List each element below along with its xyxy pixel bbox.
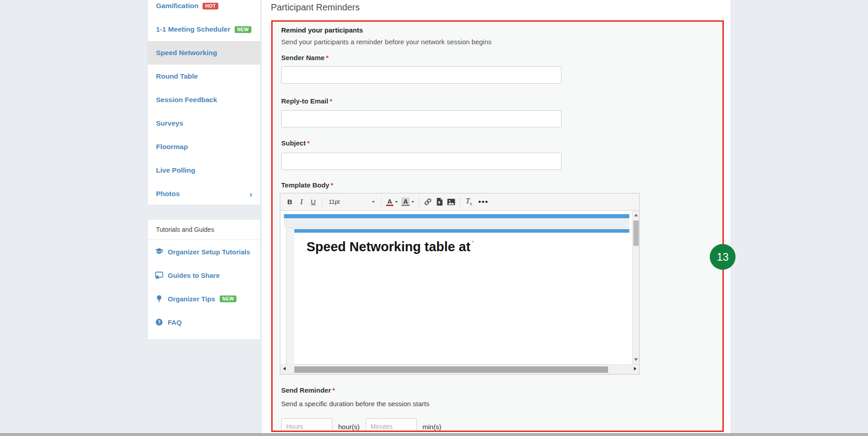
scroll-down-arrow-icon[interactable] [634, 358, 638, 361]
bold-button[interactable]: B [284, 196, 296, 208]
underline-button[interactable]: U [307, 196, 319, 208]
insert-image-button[interactable] [445, 196, 457, 208]
sidebar-item-faq[interactable]: ? FAQ [148, 310, 260, 334]
minutes-input[interactable] [366, 418, 417, 432]
tutorial-item-label: Organizer Tips [168, 295, 215, 303]
toolbar-separator [419, 197, 419, 207]
more-options-button[interactable]: ••• [477, 196, 489, 208]
scroll-left-arrow-icon[interactable] [283, 367, 286, 370]
sidebar-item-photos[interactable]: Photos › [148, 182, 260, 206]
chevron-down-icon [411, 201, 414, 203]
scroll-up-arrow-icon[interactable] [634, 214, 638, 216]
sidebar-item-live-polling[interactable]: Live Polling [148, 159, 260, 182]
sidebar-item-label: Session Feedback [156, 96, 217, 104]
annotation-step-badge: 13 [710, 244, 736, 270]
label-text: Sender Name [281, 54, 325, 61]
sender-name-input[interactable] [281, 66, 561, 84]
required-asterisk: * [332, 386, 335, 394]
clear-formatting-button[interactable]: Tx [463, 196, 475, 208]
sidebar-item-gamification[interactable]: Gamification HOT [148, 0, 260, 18]
text-color-button[interactable]: A [386, 197, 398, 206]
template-gutter [287, 228, 294, 364]
sidebar-item-session-feedback[interactable]: Session Feedback [148, 88, 260, 112]
screen-share-icon [155, 272, 163, 279]
font-size-select[interactable]: 11pt [325, 196, 378, 208]
subject-label: Subject* [281, 139, 310, 147]
template-header-bar [294, 229, 629, 233]
italic-button[interactable]: I [296, 196, 307, 208]
sidebar-item-label: Floormap [156, 143, 188, 151]
sidebar-item-label: Speed Networking [156, 49, 217, 57]
email-spacer-band [284, 218, 629, 228]
template-heading-text: Speed Networking table at [307, 239, 471, 254]
template-dotted-border [286, 228, 629, 228]
merge-field-mark: ' [472, 239, 474, 246]
app-root: Gamification HOT 1-1 Meeting Scheduler N… [0, 0, 868, 436]
tutorials-header: Tutorials and Guides [148, 220, 260, 240]
participant-reminders-form-highlight: Remind your participants Send your parti… [271, 20, 724, 432]
required-asterisk: * [330, 97, 332, 105]
horizontal-scroll-thumb[interactable] [294, 366, 608, 373]
main-content-panel: Participant Reminders Remind your partic… [261, 0, 731, 433]
question-circle-icon: ? [155, 319, 163, 326]
required-asterisk: * [330, 181, 333, 189]
editor-content-area[interactable]: Speed Networking table at' [280, 211, 639, 364]
subject-input[interactable] [281, 153, 561, 170]
image-icon [447, 198, 455, 206]
sidebar-item-label: Live Polling [156, 166, 195, 174]
editor-vertical-scrollbar[interactable] [632, 211, 639, 364]
chevron-right-icon: › [250, 190, 252, 198]
svg-text:?: ? [158, 319, 161, 325]
label-text: Subject [281, 139, 306, 147]
hours-input[interactable] [281, 418, 332, 432]
toolbar-separator [322, 197, 322, 207]
tutorial-item-label: FAQ [168, 319, 182, 326]
required-asterisk: * [326, 54, 329, 61]
template-body-editor: B I U 11pt A A [280, 193, 640, 375]
editor-horizontal-scrollbar[interactable] [280, 364, 639, 374]
sidebar-item-organizer-setup-tutorials[interactable]: Organizer Setup Tutorials [148, 240, 260, 263]
new-badge: NEW [235, 26, 252, 33]
label-text: Reply-to Email [281, 97, 328, 105]
reply-to-email-input[interactable] [281, 110, 561, 127]
scroll-right-arrow-icon[interactable] [634, 367, 637, 370]
sidebar-item-meeting-scheduler[interactable]: 1-1 Meeting Scheduler NEW [148, 18, 260, 41]
new-badge: NEW [220, 295, 237, 302]
sidebar-item-organizer-tips[interactable]: Organizer Tips NEW [148, 287, 260, 310]
send-reminder-help: Send a specific duration before the sess… [281, 400, 429, 408]
reminder-duration-row: hour(s) min(s) [281, 418, 441, 432]
label-text: Send Reminder [281, 386, 331, 394]
reply-to-email-label: Reply-to Email* [281, 97, 332, 105]
lightbulb-icon [155, 295, 163, 302]
graduation-cap-icon [155, 248, 163, 255]
template-heading: Speed Networking table at' [307, 239, 474, 254]
sidebar-item-floormap[interactable]: Floormap [148, 135, 260, 159]
font-size-value: 11pt [329, 198, 340, 205]
sidebar-item-surveys[interactable]: Surveys [148, 112, 260, 135]
hot-badge: HOT [203, 3, 218, 9]
sidebar-item-round-table[interactable]: Round Table [148, 65, 260, 88]
upload-file-button[interactable] [434, 196, 445, 208]
send-reminder-label: Send Reminder* [281, 386, 335, 394]
email-header-bar [284, 214, 629, 218]
insert-link-button[interactable] [422, 196, 434, 208]
window-bottom-bar [0, 433, 868, 436]
tutorial-item-label: Guides to Share [168, 272, 220, 279]
sidebar-item-label: Gamification [156, 2, 198, 10]
chevron-down-icon [372, 201, 375, 203]
sidebar-item-label: Round Table [156, 72, 198, 80]
highlight-color-button[interactable]: A [401, 197, 414, 206]
tutorials-panel: Tutorials and Guides Organizer Setup Tut… [147, 219, 261, 340]
sidebar-item-label: 1-1 Meeting Scheduler [156, 25, 231, 33]
vertical-scroll-thumb[interactable] [633, 220, 639, 246]
toolbar-separator [460, 197, 460, 207]
highlight-color-icon: A [401, 197, 410, 206]
sidebar-menu-panel: Gamification HOT 1-1 Meeting Scheduler N… [147, 0, 261, 205]
hours-unit-label: hour(s) [338, 423, 360, 431]
sidebar-item-speed-networking[interactable]: Speed Networking [148, 41, 260, 65]
text-color-icon: A [386, 197, 393, 206]
chevron-down-icon [395, 201, 398, 203]
page-title: Participant Reminders [271, 2, 360, 13]
clear-formatting-icon: Tx [466, 197, 472, 206]
sidebar-item-guides-to-share[interactable]: Guides to Share [148, 263, 260, 287]
